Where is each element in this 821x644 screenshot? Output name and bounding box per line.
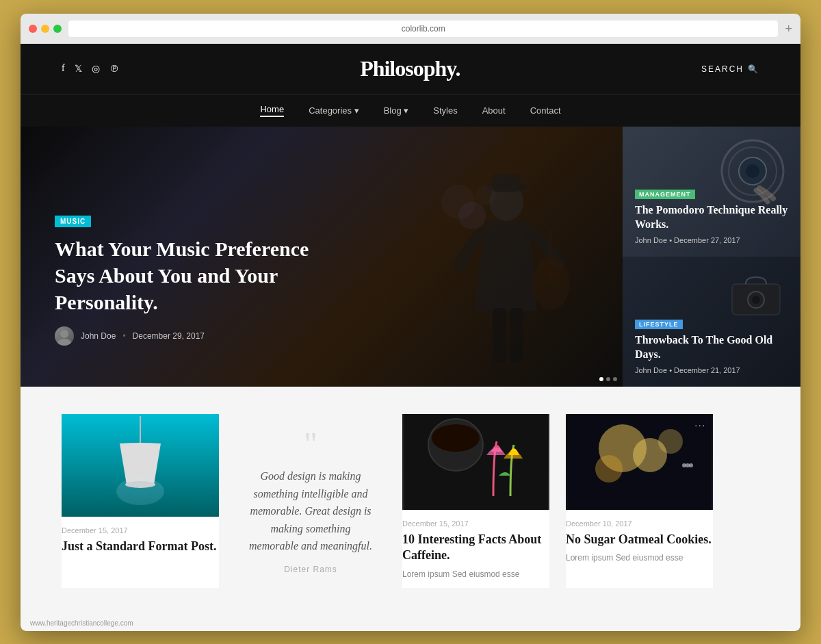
card-meta-2: John Doe • December 21, 2017 xyxy=(635,366,788,374)
card-title-2: Throwback To The Good Old Days. xyxy=(635,333,788,362)
svg-point-11 xyxy=(60,330,68,338)
hero-tag: MUSIC xyxy=(55,216,91,227)
card-meta-1: John Doe • December 27, 2017 xyxy=(635,236,788,244)
lamp-svg xyxy=(99,416,181,515)
coffee-svg xyxy=(404,414,548,510)
footer-url-text: www.heritagechristiancollege.com xyxy=(30,619,133,627)
browser-chrome: colorlib.com + xyxy=(21,14,800,44)
svg-point-33 xyxy=(689,463,693,467)
hero-section: MUSIC What Your Music Preference Says Ab… xyxy=(21,127,800,387)
post-card-cookies[interactable]: ··· December 10, 2017 No Sugar Oatmeal C… xyxy=(566,414,713,588)
quote-card: " Good design is making something intell… xyxy=(235,414,386,588)
post-excerpt-cookies: Lorem ipsum Sed eiusmod esse xyxy=(566,552,713,564)
bag-icon xyxy=(722,270,790,318)
hero-date: December 29, 2017 xyxy=(133,331,205,341)
quote-text: Good design is making something intellig… xyxy=(249,467,372,555)
lamp-image xyxy=(62,414,219,517)
nav-blog[interactable]: Blog ▾ xyxy=(384,104,409,117)
card-tag-management: MANAGEMENT xyxy=(635,190,695,199)
hero-main[interactable]: MUSIC What Your Music Preference Says Ab… xyxy=(21,127,623,387)
site-header: f 𝕏 ◎ ℗ Philosophy. SEARCH 🔍 xyxy=(21,44,800,94)
slider-dot-2[interactable] xyxy=(606,377,610,381)
hero-card-management[interactable]: MANAGEMENT The Pomodoro Technique Really… xyxy=(623,127,800,257)
svg-point-8 xyxy=(475,185,496,205)
post-body-lamp: December 15, 2017 Just a Standard Format… xyxy=(62,517,219,554)
card-title-1: The Pomodoro Technique Really Works. xyxy=(635,203,788,232)
footer-url: www.heritagechristiancollege.com xyxy=(21,615,800,631)
hero-title: What Your Music Preference Says About Yo… xyxy=(55,235,315,315)
three-dots: ··· xyxy=(695,421,707,432)
hero-content: MUSIC What Your Music Preference Says Ab… xyxy=(55,214,623,346)
slider-dots xyxy=(599,377,617,381)
social-icons: f 𝕏 ◎ ℗ xyxy=(62,63,119,75)
hero-meta: John Doe • December 29, 2017 xyxy=(55,326,623,346)
post-title-coffee: 10 Interesting Facts About Caffeine. xyxy=(402,532,549,564)
maximize-button[interactable] xyxy=(53,25,62,33)
twitter-icon[interactable]: 𝕏 xyxy=(75,63,82,75)
svg-point-25 xyxy=(432,424,480,452)
post-date-coffee: December 15, 2017 xyxy=(402,519,549,528)
minimize-button[interactable] xyxy=(41,25,49,33)
post-excerpt-coffee: Lorem ipsum Sed eiusmod esse xyxy=(402,568,549,580)
post-card-coffee[interactable]: December 15, 2017 10 Interesting Facts A… xyxy=(402,414,549,588)
card-content-1: MANAGEMENT The Pomodoro Technique Really… xyxy=(635,187,788,244)
svg-point-29 xyxy=(595,455,623,482)
site-nav: Home Categories ▾ Blog ▾ Styles About Co… xyxy=(21,94,800,127)
hero-card-lifestyle[interactable]: LIFESTYLE Throwback To The Good Old Days… xyxy=(623,257,800,387)
facebook-icon[interactable]: f xyxy=(62,63,65,75)
post-date-lamp: December 15, 2017 xyxy=(62,526,219,534)
author-avatar xyxy=(55,326,74,346)
post-body-cookies: December 10, 2017 No Sugar Oatmeal Cooki… xyxy=(566,510,713,564)
svg-rect-2 xyxy=(493,175,520,190)
svg-point-19 xyxy=(752,296,760,304)
slider-dot-1[interactable] xyxy=(599,377,603,381)
card-tag-lifestyle: LIFESTYLE xyxy=(635,320,683,329)
svg-point-12 xyxy=(57,339,71,346)
nav-contact[interactable]: Contact xyxy=(530,104,561,117)
quote-author: Dieter Rams xyxy=(284,565,337,574)
new-tab-button[interactable]: + xyxy=(785,22,792,36)
pinterest-icon[interactable]: ℗ xyxy=(109,63,119,75)
site-wrapper: f 𝕏 ◎ ℗ Philosophy. SEARCH 🔍 Home Catego… xyxy=(21,44,800,631)
search-label: SEARCH xyxy=(701,64,744,74)
browser-window: colorlib.com + f 𝕏 ◎ ℗ Philosophy. SEARC… xyxy=(21,14,800,631)
post-title-lamp: Just a Standard Format Post. xyxy=(62,539,219,554)
header-search[interactable]: SEARCH 🔍 xyxy=(701,64,759,74)
light-section: December 15, 2017 Just a Standard Format… xyxy=(21,387,800,615)
posts-grid: December 15, 2017 Just a Standard Format… xyxy=(62,414,759,588)
nav-about[interactable]: About xyxy=(482,104,506,117)
svg-point-30 xyxy=(658,429,683,454)
traffic-lights xyxy=(29,25,62,33)
cookies-image: ··· xyxy=(566,414,713,510)
quote-mark: " xyxy=(304,428,317,461)
svg-point-22 xyxy=(116,478,164,505)
search-icon[interactable]: 🔍 xyxy=(748,64,759,74)
cookies-svg xyxy=(568,414,712,510)
svg-point-16 xyxy=(746,164,759,178)
post-card-lamp[interactable]: December 15, 2017 Just a Standard Format… xyxy=(62,414,219,588)
post-date-cookies: December 10, 2017 xyxy=(566,519,713,528)
nav-styles[interactable]: Styles xyxy=(433,104,457,117)
hero-sidebar: MANAGEMENT The Pomodoro Technique Really… xyxy=(623,127,800,387)
post-title-cookies: No Sugar Oatmeal Cookies. xyxy=(566,532,713,548)
coffee-image xyxy=(402,414,549,510)
instagram-icon[interactable]: ◎ xyxy=(92,63,100,75)
close-button[interactable] xyxy=(29,25,37,33)
author-name: John Doe xyxy=(81,331,116,341)
site-logo: Philosophy. xyxy=(360,56,460,81)
address-bar[interactable]: colorlib.com xyxy=(68,21,778,37)
url-text: colorlib.com xyxy=(402,24,445,34)
nav-categories[interactable]: Categories ▾ xyxy=(309,104,359,117)
post-body-coffee: December 15, 2017 10 Interesting Facts A… xyxy=(402,510,549,580)
nav-home[interactable]: Home xyxy=(260,104,284,117)
card-content-2: LIFESTYLE Throwback To The Good Old Days… xyxy=(635,317,788,374)
slider-dot-3[interactable] xyxy=(613,377,617,381)
